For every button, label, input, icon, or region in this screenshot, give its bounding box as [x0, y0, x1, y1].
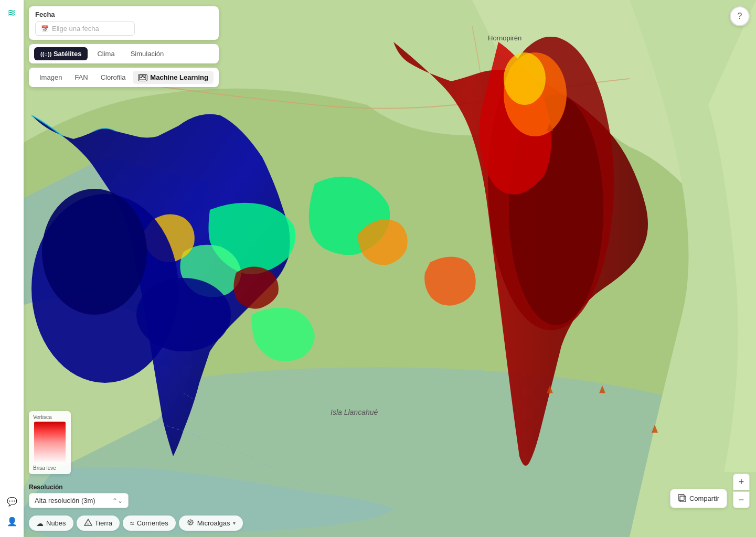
resolution-value: Alta resolución (3m)	[35, 497, 95, 504]
pill-tierra-label: Tierra	[95, 519, 112, 527]
svg-rect-24	[680, 496, 686, 502]
chat-icon-button[interactable]: 💬	[4, 493, 20, 510]
subtab-imagen[interactable]: Imagen	[34, 71, 67, 84]
bottom-toolbar: ☁ Nubes △ Tierra ≈ Corrientes Microalgas…	[0, 515, 756, 531]
right-controls: ?	[730, 6, 750, 26]
zoom-controls: + −	[733, 474, 750, 508]
svg-point-9	[504, 52, 546, 105]
waves-icon: ≈	[130, 519, 134, 528]
legend-card: Vertisca Brisa leve	[29, 411, 71, 474]
pill-nubes-label: Nubes	[46, 519, 66, 527]
zoom-in-button[interactable]: +	[733, 474, 750, 490]
resolution-panel: Resolución Alta resolución (3m) ⌃⌄	[29, 484, 129, 508]
share-icon	[678, 493, 686, 503]
tab-satelites-label: Satélites	[54, 50, 81, 58]
share-container: Compartir	[670, 489, 727, 508]
fecha-label: Fecha	[35, 10, 212, 18]
share-button[interactable]: Compartir	[670, 489, 727, 508]
legend-bottom-label: Brisa leve	[33, 465, 67, 471]
tierra-icon: △	[84, 519, 92, 528]
resolution-select[interactable]: Alta resolución (3m) ⌃⌄	[29, 493, 129, 508]
sidebar: ≋ 💬 👤	[0, 0, 24, 537]
help-button[interactable]: ?	[730, 6, 750, 26]
ml-icon	[138, 74, 147, 81]
subtab-clorofila-label: Clorofila	[101, 73, 126, 81]
tab-simulacion-label: Simulación	[131, 50, 164, 58]
subtab-ml[interactable]: Machine Learning	[133, 71, 214, 84]
chevron-down-icon: ▾	[233, 520, 236, 526]
subtab-fan[interactable]: FAN	[69, 71, 93, 84]
pill-corrientes-label: Corrientes	[137, 519, 168, 527]
subtab-imagen-label: Imagen	[39, 73, 62, 81]
signal-icon: ((○))	[40, 51, 51, 57]
svg-point-7	[136, 278, 231, 351]
subtab-ml-label: Machine Learning	[150, 73, 208, 81]
pill-microalgas-label: Microalgas	[197, 519, 230, 527]
zoom-out-button[interactable]: −	[733, 491, 750, 508]
pill-corrientes[interactable]: ≈ Corrientes	[123, 515, 176, 531]
legend-panel: Vertisca Brisa leve	[29, 411, 71, 474]
fecha-card: Fecha 📅 Elige una fecha	[29, 6, 219, 40]
pill-tierra[interactable]: △ Tierra	[77, 515, 120, 531]
resolution-label: Resolución	[29, 484, 129, 491]
svg-rect-23	[678, 495, 684, 500]
share-label: Compartir	[689, 495, 719, 502]
main-tabs: ((○)) Satélites Clima Simulación	[29, 44, 219, 63]
pill-microalgas[interactable]: Microalgas ▾	[179, 515, 243, 531]
zoom-in-icon: +	[739, 477, 744, 488]
svg-point-6	[42, 189, 147, 315]
filter-pills: ☁ Nubes △ Tierra ≈ Corrientes Microalgas…	[29, 515, 727, 531]
select-chevron-icon: ⌃⌄	[112, 497, 123, 504]
cloud-icon: ☁	[36, 519, 44, 528]
question-icon: ?	[738, 12, 742, 21]
legend-top-label: Vertisca	[33, 414, 67, 420]
legend-gradient	[34, 422, 66, 464]
svg-text:△: △	[86, 522, 89, 525]
tab-clima-label: Clima	[97, 50, 114, 58]
tab-satelites[interactable]: ((○)) Satélites	[34, 47, 88, 60]
app-logo: ≋	[7, 7, 16, 18]
tab-clima[interactable]: Clima	[91, 47, 121, 60]
pill-nubes[interactable]: ☁ Nubes	[29, 515, 73, 531]
subtab-clorofila[interactable]: Clorofila	[95, 71, 131, 84]
subtab-fan-label: FAN	[74, 73, 88, 81]
calendar-icon: 📅	[41, 25, 49, 33]
date-input[interactable]: 📅 Elige una fecha	[35, 22, 135, 36]
control-panel: Fecha 📅 Elige una fecha ((○)) Satélites …	[29, 6, 219, 87]
sub-tabs: Imagen FAN Clorofila Machine Learning	[29, 68, 219, 87]
zoom-out-icon: −	[739, 495, 744, 506]
tab-simulacion[interactable]: Simulación	[124, 47, 171, 60]
microalgas-icon	[186, 519, 195, 528]
date-placeholder: Elige una fecha	[52, 25, 99, 33]
